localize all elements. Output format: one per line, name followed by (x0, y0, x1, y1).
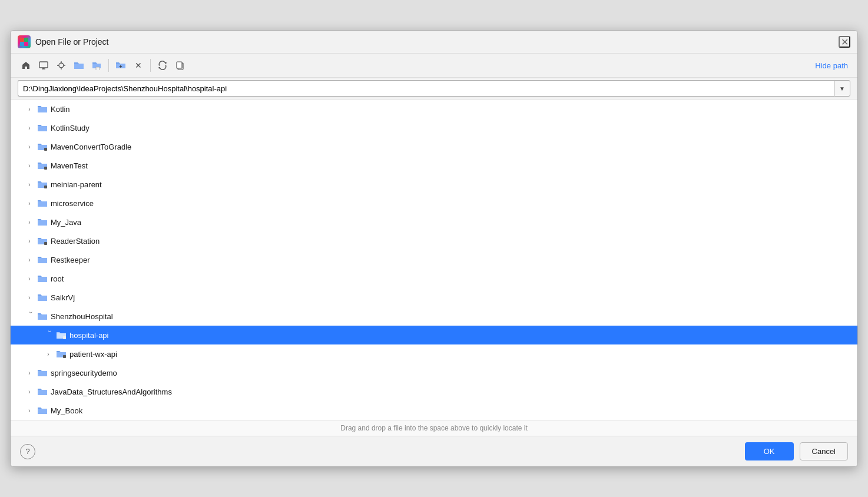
svg-rect-17 (44, 167, 47, 170)
chevron-icon: › (25, 274, 34, 283)
chevron-icon: › (25, 198, 34, 208)
tree-item-patient-wx-api[interactable]: › patient-wx-api (11, 344, 857, 363)
tree-item-meinian[interactable]: › meinian-parent (11, 175, 857, 194)
chevron-expanded-icon: › (25, 312, 34, 321)
item-label: KotlinStudy (51, 124, 90, 132)
chevron-icon: › (25, 368, 34, 377)
folder-icon (37, 312, 48, 321)
delete-button[interactable]: ✕ (130, 57, 147, 74)
tree-item-microservice[interactable]: › microservice (11, 194, 857, 213)
chevron-icon: › (25, 142, 34, 151)
tree-item-hospital-api[interactable]: › hospital-api (11, 326, 857, 344)
file-tree: › Kotlin › KotlinStudy › MavenConvertToG… (11, 100, 857, 420)
item-label: microservice (51, 199, 94, 208)
svg-rect-19 (44, 242, 47, 245)
path-dropdown-button[interactable]: ▼ (834, 80, 850, 97)
copy-path-button[interactable] (172, 57, 188, 74)
title-bar: Open File or Project ✕ (11, 31, 857, 54)
svg-rect-21 (63, 355, 66, 358)
locate-button[interactable] (53, 57, 69, 74)
tree-item-mybook[interactable]: › My_Book (11, 401, 857, 420)
title-left: Open File or Project (18, 35, 109, 48)
item-label: meinian-parent (51, 180, 102, 189)
separator-1 (108, 59, 109, 72)
item-label: My_Java (51, 218, 81, 227)
chevron-icon: › (25, 406, 34, 415)
folder-icon (37, 274, 48, 283)
dialog-title: Open File or Project (35, 37, 109, 47)
tree-item-kotlinstudy[interactable]: › KotlinStudy (11, 118, 857, 137)
folder-icon (37, 406, 48, 415)
item-label: ShenzhouHospital (51, 312, 113, 321)
folder-icon-badge (37, 161, 48, 170)
folder-icon (37, 217, 48, 227)
item-label: root (51, 274, 64, 283)
tree-item-mavenconvert[interactable]: › MavenConvertToGradle (11, 137, 857, 156)
folder-icon (37, 104, 48, 114)
desktop-button[interactable] (35, 57, 52, 74)
svg-rect-4 (39, 62, 48, 68)
chevron-icon: › (25, 161, 34, 170)
tree-item-shenzhou[interactable]: › ShenzhouHospital (11, 307, 857, 326)
svg-rect-15 (177, 62, 182, 68)
tree-item-root[interactable]: › root (11, 269, 857, 288)
folder-icon (37, 123, 48, 132)
action-bar: ? OK Cancel (11, 436, 857, 466)
path-input[interactable] (18, 80, 834, 97)
toolbar: + ✕ Hide path (11, 54, 857, 78)
tree-item-kotlin[interactable]: › Kotlin (11, 100, 857, 118)
chevron-icon: › (25, 180, 34, 189)
svg-rect-20 (63, 336, 66, 339)
cancel-button[interactable]: Cancel (800, 442, 848, 460)
folder-icon (37, 198, 48, 208)
chevron-icon: › (25, 293, 34, 302)
svg-text:+: + (119, 64, 122, 69)
tree-item-restkeeper[interactable]: › Restkeeper (11, 250, 857, 269)
item-label: MavenTest (51, 161, 88, 170)
chevron-icon: › (25, 387, 34, 396)
recent-button[interactable] (88, 57, 105, 74)
tree-item-myjava[interactable]: › My_Java (11, 213, 857, 231)
tree-item-springsecurity[interactable]: › springsecuritydemo (11, 363, 857, 382)
item-label: My_Book (51, 406, 82, 415)
chevron-icon: › (25, 217, 34, 227)
folder-icon-badge (37, 142, 48, 151)
folder-icon (37, 255, 48, 264)
svg-rect-3 (24, 42, 28, 46)
refresh-button[interactable] (154, 57, 171, 74)
new-folder-button[interactable]: + (112, 57, 129, 74)
help-button[interactable]: ? (20, 444, 35, 459)
item-label: Kotlin (51, 105, 70, 114)
tree-item-maventest[interactable]: › MavenTest (11, 156, 857, 175)
home-button[interactable] (18, 57, 34, 74)
item-label: patient-wx-api (69, 350, 117, 359)
folder-icon-badge (56, 349, 67, 359)
tree-item-javadata[interactable]: › JavaData_StructuresAndAlgorithms (11, 382, 857, 401)
ok-button[interactable]: OK (745, 442, 794, 460)
app-icon (18, 35, 31, 48)
separator-2 (150, 59, 151, 72)
hide-path-button[interactable]: Hide path (813, 60, 850, 71)
item-label: MavenConvertToGradle (51, 143, 131, 151)
open-folder-button[interactable] (71, 57, 87, 74)
item-label: SaikrVj (51, 293, 75, 302)
tree-item-saikrvj[interactable]: › SaikrVj (11, 288, 857, 307)
svg-point-7 (59, 63, 64, 68)
chevron-expanded-icon: › (44, 330, 53, 340)
folder-icon-badge (37, 180, 48, 189)
svg-rect-2 (20, 42, 24, 46)
chevron-icon: › (25, 255, 34, 264)
item-label: springsecuritydemo (51, 369, 117, 377)
folder-icon-badge (37, 236, 48, 246)
chevron-icon: › (25, 123, 34, 132)
chevron-icon: › (25, 236, 34, 246)
tree-item-readerstation[interactable]: › ReaderStation (11, 231, 857, 250)
item-label: ReaderStation (51, 237, 100, 246)
item-label: JavaData_StructuresAndAlgorithms (51, 387, 172, 396)
svg-rect-12 (96, 67, 100, 70)
path-bar: ▼ (11, 78, 857, 100)
folder-icon-badge-selected (56, 330, 67, 340)
close-button[interactable]: ✕ (839, 36, 850, 48)
item-label: hospital-api (69, 331, 109, 340)
footer-hint: Drag and drop a file into the space abov… (11, 420, 857, 436)
